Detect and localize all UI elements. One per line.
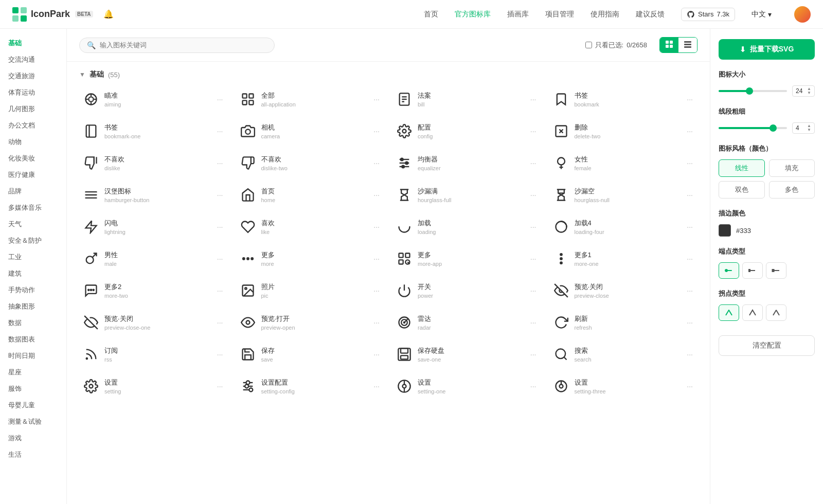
style-linear[interactable]: 线性 — [719, 159, 765, 177]
chevron-icon[interactable]: ▼ — [79, 71, 85, 78]
lang-selector[interactable]: 中文 ▾ — [752, 10, 772, 19]
join-round[interactable] — [719, 304, 739, 321]
icon-card-hourglass-full[interactable]: 沙漏满 hourglass-full ··· — [388, 179, 545, 211]
icon-card-preview-close[interactable]: 预览·关闭 preview-close ··· — [545, 275, 702, 307]
icon-card-setting-config[interactable]: 设置配置 setting-config ··· — [232, 370, 389, 402]
icon-card-save[interactable]: 保存 save ··· — [232, 338, 389, 370]
avatar[interactable] — [794, 6, 811, 23]
filter-selected[interactable]: 只看已选: 0/2658 — [585, 41, 647, 50]
icon-card-dislike[interactable]: 不喜欢 dislike ··· — [75, 147, 232, 179]
sidebar-item-baby[interactable]: 母婴儿童 — [0, 397, 66, 413]
icon-more-radar[interactable]: ··· — [530, 318, 536, 327]
sidebar-item-architecture[interactable]: 建筑 — [0, 265, 66, 282]
icon-card-hourglass-null[interactable]: 沙漏空 hourglass-null ··· — [545, 179, 702, 211]
icon-card-hamburger-button[interactable]: 汉堡图标 hamburger-button ··· — [75, 179, 232, 211]
style-two-color[interactable]: 双色 — [719, 181, 765, 199]
icon-more-camera[interactable]: ··· — [373, 127, 380, 135]
icon-more-search[interactable]: ··· — [687, 350, 693, 358]
icon-card-equalizer[interactable]: 均衡器 equalizer ··· — [388, 147, 545, 179]
icon-more-bookmark-one[interactable]: ··· — [217, 127, 223, 135]
sidebar-item-animal[interactable]: 动物 — [0, 134, 66, 150]
icon-more-dislike[interactable]: ··· — [217, 159, 223, 167]
stroke-slider-track[interactable] — [719, 127, 787, 129]
icon-card-more-one[interactable]: 更多1 more-one ··· — [545, 243, 702, 275]
icon-card-preview-close-one[interactable]: 预览·关闭 preview-close-one ··· — [75, 307, 232, 338]
icon-more-more-app[interactable]: ··· — [530, 255, 536, 263]
icon-card-refresh[interactable]: 刷新 refresh ··· — [545, 307, 702, 338]
icon-card-setting[interactable]: 设置 setting ··· — [75, 370, 232, 402]
grid-view-button[interactable] — [660, 38, 678, 52]
icon-card-like[interactable]: 喜欢 like ··· — [232, 211, 389, 243]
sidebar-item-beauty[interactable]: 化妆美妆 — [0, 150, 66, 167]
icon-more-setting-config[interactable]: ··· — [373, 382, 380, 390]
icon-more-setting-one[interactable]: ··· — [530, 382, 536, 390]
icon-more-pic[interactable]: ··· — [373, 286, 380, 295]
nav-guide[interactable]: 使用指南 — [591, 10, 619, 19]
icon-more-aiming[interactable]: ··· — [217, 95, 223, 103]
nav-icon-library[interactable]: 官方图标库 — [455, 10, 491, 19]
nav-home[interactable]: 首页 — [424, 10, 438, 19]
icon-card-more[interactable]: 更多 more ··· — [232, 243, 389, 275]
icon-card-more-app[interactable]: 更多 more-app ··· — [388, 243, 545, 275]
search-input[interactable] — [100, 41, 267, 49]
sidebar-item-industry[interactable]: 工业 — [0, 249, 66, 265]
sidebar-item-abstract[interactable]: 抽象图形 — [0, 298, 66, 315]
icon-more-hourglass-null[interactable]: ··· — [687, 191, 693, 199]
icon-more-dislike-two[interactable]: ··· — [373, 159, 380, 167]
icon-more-like[interactable]: ··· — [373, 223, 380, 231]
icon-more-bookmark[interactable]: ··· — [687, 95, 693, 103]
sidebar-item-geometry[interactable]: 几何图形 — [0, 101, 66, 117]
icon-card-aiming[interactable]: 瞄准 aiming ··· — [75, 83, 232, 115]
sidebar-item-clothing[interactable]: 服饰 — [0, 381, 66, 397]
icon-more-preview-close-one[interactable]: ··· — [217, 318, 223, 327]
nav-illustration[interactable]: 插画库 — [507, 10, 529, 19]
icon-card-home[interactable]: 首页 home ··· — [232, 179, 389, 211]
icon-more-delete-two[interactable]: ··· — [687, 127, 693, 135]
icon-card-delete-two[interactable]: 删除 delete-two ··· — [545, 115, 702, 147]
icon-more-power[interactable]: ··· — [530, 286, 536, 295]
sidebar-item-communication[interactable]: 交流沟通 — [0, 51, 66, 68]
list-view-button[interactable] — [678, 38, 697, 52]
icon-more-bill[interactable]: ··· — [530, 95, 536, 103]
icon-card-bookmark-one[interactable]: 书签 bookmark-one ··· — [75, 115, 232, 147]
endpoint-butt[interactable] — [742, 262, 763, 279]
icon-more-home[interactable]: ··· — [373, 191, 380, 199]
icon-card-setting-one[interactable]: 设置 setting-one ··· — [388, 370, 545, 402]
icon-more-male[interactable]: ··· — [217, 255, 223, 263]
icon-card-save-one[interactable]: 保存硬盘 save-one ··· — [388, 338, 545, 370]
icon-more-preview-open[interactable]: ··· — [373, 318, 380, 327]
style-multi-color[interactable]: 多色 — [769, 181, 815, 199]
size-down-arrow[interactable]: ▼ — [807, 91, 811, 95]
icon-card-loading-four[interactable]: 加载4 loading-four ··· — [545, 211, 702, 243]
sidebar-item-basic[interactable]: 基础 — [0, 35, 66, 51]
sidebar-item-weather[interactable]: 天气 — [0, 216, 66, 232]
style-fill[interactable]: 填充 — [769, 159, 815, 177]
sidebar-item-life[interactable]: 生活 — [0, 446, 66, 463]
icon-card-all-application[interactable]: 全部 all-application ··· — [232, 83, 389, 115]
sidebar-item-transportation[interactable]: 交通旅游 — [0, 68, 66, 84]
icon-card-rss[interactable]: 订阅 rss ··· — [75, 338, 232, 370]
icon-card-bill[interactable]: 法案 bill ··· — [388, 83, 545, 115]
bell-icon[interactable]: 🔔 — [103, 9, 114, 19]
icon-more-config[interactable]: ··· — [530, 127, 536, 135]
sidebar-item-datetime[interactable]: 时间日期 — [0, 348, 66, 364]
sidebar-item-office[interactable]: 办公文档 — [0, 117, 66, 134]
clear-config-button[interactable]: 清空配置 — [719, 335, 815, 356]
sidebar-item-game[interactable]: 游戏 — [0, 430, 66, 446]
icon-card-pic[interactable]: 照片 pic ··· — [232, 275, 389, 307]
icon-card-dislike-two[interactable]: 不喜欢 dislike-two ··· — [232, 147, 389, 179]
icon-card-radar[interactable]: 雷达 radar ··· — [388, 307, 545, 338]
icon-card-power[interactable]: 开关 power ··· — [388, 275, 545, 307]
join-miter[interactable] — [742, 304, 763, 321]
icon-card-more-two[interactable]: 更多2 more-two ··· — [75, 275, 232, 307]
icon-card-preview-open[interactable]: 预览·打开 preview-open ··· — [232, 307, 389, 338]
icon-more-preview-close[interactable]: ··· — [687, 286, 693, 295]
icon-more-female[interactable]: ··· — [687, 159, 693, 167]
icon-more-loading[interactable]: ··· — [530, 223, 536, 231]
nav-feedback[interactable]: 建议反馈 — [636, 10, 665, 19]
join-bevel[interactable] — [766, 304, 786, 321]
download-svg-button[interactable]: ⬇ 批量下载SVG — [719, 39, 815, 60]
icon-card-female[interactable]: 女性 female ··· — [545, 147, 702, 179]
icon-more-all-application[interactable]: ··· — [373, 95, 380, 103]
icon-more-save-one[interactable]: ··· — [530, 350, 536, 358]
